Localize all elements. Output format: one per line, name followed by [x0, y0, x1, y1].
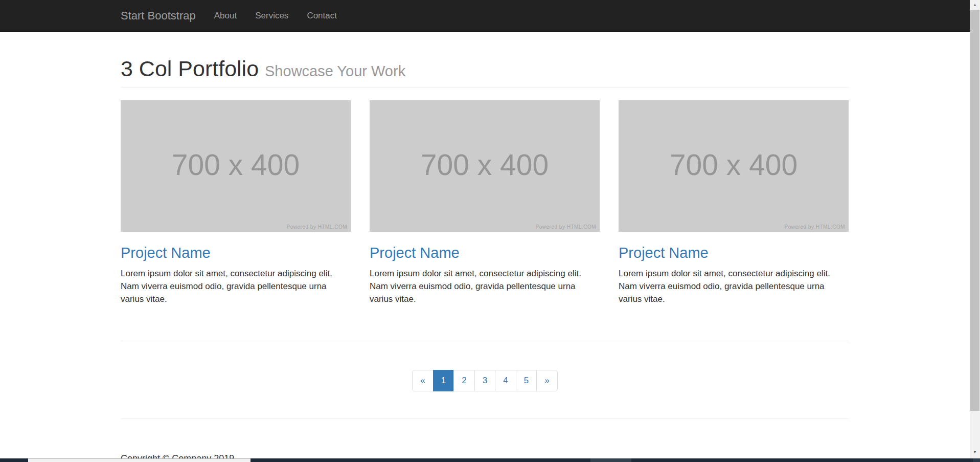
nav-item-services: Services	[246, 0, 298, 31]
pagination-page-4-link[interactable]: 4	[495, 370, 516, 391]
project-card: 700 x 400 Powered by HTML.COM Project Na…	[370, 100, 600, 305]
project-thumbnail[interactable]: 700 x 400 Powered by HTML.COM	[121, 100, 351, 232]
page-title-text: 3 Col Portfolio	[121, 56, 259, 81]
taskbar-sliver	[0, 458, 980, 462]
portfolio-row: 700 x 400 Powered by HTML.COM Project Na…	[121, 100, 849, 305]
pagination-page-3: 3	[475, 370, 495, 391]
project-title: Project Name	[121, 245, 351, 261]
nav-item-about: About	[205, 0, 246, 31]
project-description: Lorem ipsum dolor sit amet, consectetur …	[370, 268, 595, 305]
scroll-up-icon[interactable]: ▲	[970, 0, 980, 10]
pagination-page-2-link[interactable]: 2	[453, 370, 474, 391]
pagination-page-1: 1	[434, 370, 454, 391]
section-divider	[121, 341, 849, 341]
project-title: Project Name	[619, 245, 849, 261]
placeholder-label: 700 x 400	[421, 148, 549, 182]
project-thumbnail[interactable]: 700 x 400 Powered by HTML.COM	[619, 100, 849, 232]
project-description: Lorem ipsum dolor sit amet, consectetur …	[121, 268, 346, 305]
nav-link-about[interactable]: About	[205, 0, 246, 32]
project-description: Lorem ipsum dolor sit amet, consectetur …	[619, 268, 844, 305]
pagination-page-2: 2	[454, 370, 474, 391]
nav-links: About Services Contact	[205, 0, 346, 31]
scrollbar-corner	[973, 458, 980, 462]
scrollbar-thumb[interactable]	[970, 10, 979, 411]
pagination-page-4: 4	[495, 370, 516, 391]
placeholder-label: 700 x 400	[670, 148, 797, 182]
brand-link[interactable]: Start Bootstrap	[121, 0, 196, 32]
browser-viewport: Start Bootstrap About Services Contact 3…	[0, 0, 970, 458]
placeholder-watermark: Powered by HTML.COM	[287, 224, 347, 230]
page-title: 3 Col Portfolio Showcase Your Work	[121, 57, 849, 81]
pagination-next: »	[537, 370, 557, 391]
nav-item-contact: Contact	[298, 0, 346, 31]
pagination-prev: «	[412, 370, 433, 391]
placeholder-label: 700 x 400	[172, 148, 300, 182]
project-thumbnail[interactable]: 700 x 400 Powered by HTML.COM	[370, 100, 600, 232]
navbar: Start Bootstrap About Services Contact	[0, 0, 970, 32]
project-title-link[interactable]: Project Name	[619, 245, 709, 261]
placeholder-watermark: Powered by HTML.COM	[536, 224, 596, 230]
placeholder-watermark: Powered by HTML.COM	[785, 224, 845, 230]
footer-divider	[121, 419, 849, 419]
pagination-page-1-link[interactable]: 1	[433, 370, 454, 391]
project-card: 700 x 400 Powered by HTML.COM Project Na…	[619, 100, 849, 305]
taskbar-searchbox-sliver	[28, 458, 250, 462]
project-title-link[interactable]: Project Name	[370, 245, 460, 261]
pagination-page-3-link[interactable]: 3	[474, 370, 495, 391]
pagination-page-5-link[interactable]: 5	[516, 370, 537, 391]
pagination-prev-icon[interactable]: «	[412, 370, 433, 391]
pagination-next-icon[interactable]: »	[536, 370, 557, 391]
project-card: 700 x 400 Powered by HTML.COM Project Na…	[121, 100, 351, 305]
taskbar-app-sliver	[590, 458, 631, 462]
nav-link-services[interactable]: Services	[246, 0, 298, 32]
project-title: Project Name	[370, 245, 600, 261]
copyright-text: Copyright © Company 2019	[121, 453, 849, 458]
nav-link-contact[interactable]: Contact	[298, 0, 346, 32]
pagination: « 1 2 3 4 5 »	[412, 370, 557, 391]
footer: Copyright © Company 2019	[121, 453, 849, 458]
vertical-scrollbar[interactable]: ▲ ▼	[970, 0, 980, 458]
scroll-down-icon[interactable]: ▼	[970, 447, 980, 457]
pagination-page-5: 5	[516, 370, 537, 391]
page-subtitle: Showcase Your Work	[265, 63, 405, 79]
page-header: 3 Col Portfolio Showcase Your Work	[121, 57, 849, 87]
project-title-link[interactable]: Project Name	[121, 245, 211, 261]
